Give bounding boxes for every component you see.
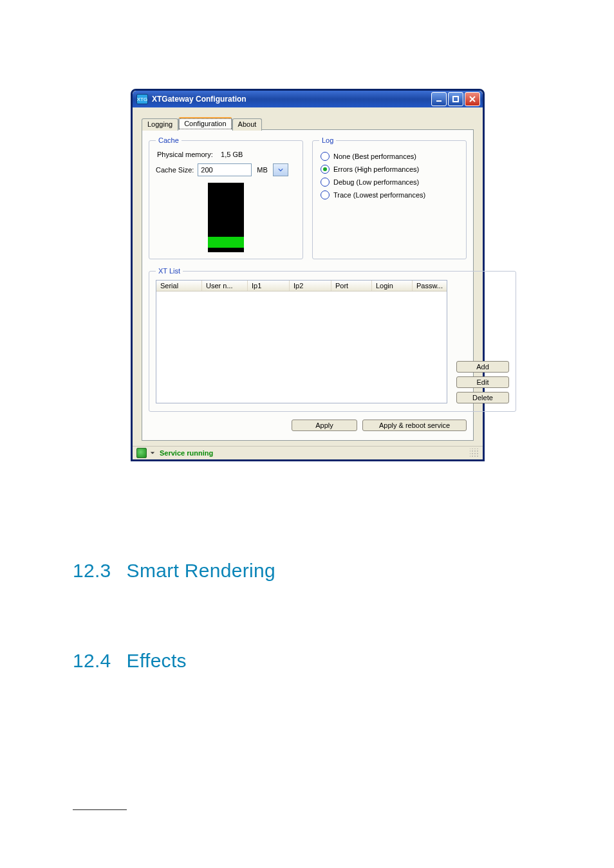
svg-rect-1	[453, 97, 458, 102]
xtlist-legend: XT List	[156, 267, 183, 275]
xtlist-group: XT List Serial User n... Ip1 Ip2 Port	[149, 267, 516, 412]
log-option-label: Trace (Lowest performances)	[333, 191, 425, 199]
status-text: Service running	[160, 449, 213, 457]
app-icon: XTG	[136, 94, 148, 104]
cache-unit-label: MB	[257, 166, 268, 174]
radio-icon	[321, 190, 330, 199]
log-option-label: None (Best performances)	[333, 152, 416, 160]
section-heading-12-3: 12.3Smart Rendering	[73, 560, 275, 582]
cache-size-input[interactable]	[198, 163, 252, 176]
section-number: 12.3	[73, 560, 111, 581]
add-button[interactable]: Add	[456, 361, 509, 373]
maximize-button[interactable]	[448, 92, 463, 106]
col-passw[interactable]: Passw...	[413, 281, 447, 291]
delete-button[interactable]: Delete	[456, 392, 509, 403]
section-number: 12.4	[73, 650, 111, 671]
phys-mem-value: 1,5 GB	[221, 151, 243, 158]
log-option-errors[interactable]: Errors (High performances)	[321, 165, 460, 174]
close-button[interactable]	[465, 92, 480, 106]
section-title: Smart Rendering	[127, 560, 275, 581]
tab-about[interactable]: About	[232, 118, 263, 131]
col-serial[interactable]: Serial	[156, 281, 202, 291]
apply-reboot-button[interactable]: Apply & reboot service	[362, 420, 467, 431]
resize-grip-icon[interactable]	[470, 448, 479, 457]
col-login[interactable]: Login	[372, 281, 413, 291]
status-menu-dropdown[interactable]	[149, 450, 156, 456]
tab-logging[interactable]: Logging	[142, 118, 178, 131]
apply-button[interactable]: Apply	[292, 420, 357, 431]
log-option-label: Errors (High performances)	[333, 165, 419, 173]
log-option-none[interactable]: None (Best performances)	[321, 152, 460, 161]
service-status-icon	[136, 448, 147, 458]
radio-icon	[321, 178, 330, 187]
log-option-debug[interactable]: Debug (Low performances)	[321, 178, 460, 187]
section-title: Effects	[127, 650, 187, 671]
col-port[interactable]: Port	[331, 281, 372, 291]
tabs: Logging Configuration About	[142, 118, 474, 130]
log-group: Log None (Best performances) Errors (Hig…	[312, 136, 467, 259]
cache-size-label: Cache Size:	[156, 166, 194, 174]
section-heading-12-4: 12.4Effects	[73, 650, 187, 672]
page-footer-rule	[73, 809, 127, 810]
cache-legend: Cache	[156, 136, 181, 144]
radio-icon	[321, 152, 330, 161]
col-ip1[interactable]: Ip1	[248, 281, 290, 291]
xtgateway-window: XTG XTGateway Configuration Logging	[131, 89, 485, 461]
phys-mem-label: Physical memory:	[157, 151, 213, 158]
edit-button[interactable]: Edit	[456, 376, 509, 388]
titlebar[interactable]: XTG XTGateway Configuration	[133, 91, 483, 107]
minimize-button[interactable]	[431, 92, 447, 106]
tab-page-configuration: Cache Physical memory: 1,5 GB Cache Size…	[142, 129, 474, 441]
log-legend: Log	[319, 136, 336, 144]
log-option-trace[interactable]: Trace (Lowest performances)	[321, 190, 460, 199]
cache-group: Cache Physical memory: 1,5 GB Cache Size…	[149, 136, 303, 259]
svg-rect-0	[436, 100, 442, 102]
cache-unit-dropdown[interactable]	[273, 163, 288, 176]
cache-gauge	[208, 183, 244, 252]
radio-icon	[321, 165, 330, 174]
window-title: XTGateway Configuration	[152, 95, 247, 104]
col-user[interactable]: User n...	[202, 281, 248, 291]
status-bar: Service running	[133, 446, 483, 459]
log-option-label: Debug (Low performances)	[333, 178, 419, 186]
tab-configuration[interactable]: Configuration	[178, 118, 232, 130]
xtlist-grid[interactable]: Serial User n... Ip1 Ip2 Port Login Pass…	[156, 280, 447, 403]
col-ip2[interactable]: Ip2	[290, 281, 331, 291]
